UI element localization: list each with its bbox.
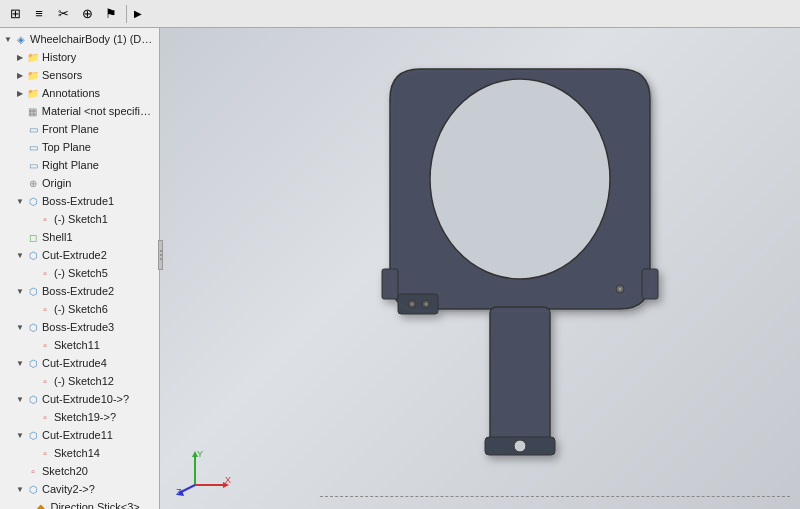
tree-arrow — [26, 339, 38, 351]
main-area: ▼◈WheelchairBody (1) (Defaul▶📁History▶📁S… — [0, 28, 800, 509]
tree-label-sketch1: (-) Sketch1 — [54, 213, 108, 225]
tree-arrow: ▼ — [14, 393, 26, 405]
tree-item-top-plane[interactable]: ▭Top Plane — [0, 138, 159, 156]
tree-label-top-plane: Top Plane — [42, 141, 91, 153]
svg-text:Y: Y — [197, 449, 203, 459]
tree-item-annotations[interactable]: ▶📁Annotations — [0, 84, 159, 102]
panel-resize-handle[interactable] — [158, 240, 163, 270]
tree-icon-sketch: ▫ — [38, 446, 52, 460]
toolbar-icon-grid[interactable]: ⊞ — [4, 3, 26, 25]
viewport[interactable]: Y X Z — [160, 28, 800, 509]
svg-text:Z: Z — [176, 487, 182, 497]
tree-item-right-plane[interactable]: ▭Right Plane — [0, 156, 159, 174]
tree-arrow — [14, 159, 26, 171]
tree-arrow — [22, 501, 34, 509]
tree-item-boss-extrude3[interactable]: ▼⬡Boss-Extrude3 — [0, 318, 159, 336]
model-svg — [330, 39, 710, 479]
tree-item-cut-extrude4[interactable]: ▼⬡Cut-Extrude4 — [0, 354, 159, 372]
toolbar-icon-list[interactable]: ≡ — [28, 3, 50, 25]
tree-icon-feature: ⬡ — [26, 248, 40, 262]
tree-item-shell1[interactable]: ◻Shell1 — [0, 228, 159, 246]
tree-item-cut-extrude10[interactable]: ▼⬡Cut-Extrude10->? — [0, 390, 159, 408]
axis-indicator: Y X Z — [175, 447, 235, 497]
tree-item-boss-extrude2[interactable]: ▼⬡Boss-Extrude2 — [0, 282, 159, 300]
tree-icon-feature: ⬡ — [26, 194, 40, 208]
tree-item-front-plane[interactable]: ▭Front Plane — [0, 120, 159, 138]
tree-label-shell1: Shell1 — [42, 231, 73, 243]
tree-arrow: ▼ — [14, 321, 26, 333]
tree-item-wheelchair-body[interactable]: ▼◈WheelchairBody (1) (Defaul — [0, 30, 159, 48]
tree-item-material[interactable]: ▦Material <not specified> — [0, 102, 159, 120]
tree-icon-sketch: ▫ — [38, 338, 52, 352]
tree-label-sketch12: (-) Sketch12 — [54, 375, 114, 387]
tree-arrow — [14, 465, 26, 477]
tree-item-boss-extrude1[interactable]: ▼⬡Boss-Extrude1 — [0, 192, 159, 210]
svg-point-7 — [411, 302, 414, 305]
tree-item-cut-extrude2[interactable]: ▼⬡Cut-Extrude2 — [0, 246, 159, 264]
toolbar: ⊞ ≡ ✂ ⊕ ⚑ ▶ — [0, 0, 800, 28]
tree-arrow: ▼ — [14, 195, 26, 207]
toolbar-icon-cut[interactable]: ✂ — [52, 3, 74, 25]
tree-item-sketch12[interactable]: ▫(-) Sketch12 — [0, 372, 159, 390]
tree-item-sketch5[interactable]: ▫(-) Sketch5 — [0, 264, 159, 282]
feature-tree[interactable]: ▼◈WheelchairBody (1) (Defaul▶📁History▶📁S… — [0, 28, 159, 509]
tree-icon-sketch: ▫ — [38, 374, 52, 388]
tree-label-boss-extrude3: Boss-Extrude3 — [42, 321, 114, 333]
tree-label-direction-stick3: Direction Stick<3>@Asse — [50, 501, 157, 509]
tree-arrow: ▼ — [14, 357, 26, 369]
tree-arrow: ▼ — [14, 483, 26, 495]
svg-text:X: X — [225, 475, 231, 485]
svg-point-12 — [514, 440, 526, 452]
toolbar-icon-plus[interactable]: ⊕ — [76, 3, 98, 25]
tree-item-cavity2[interactable]: ▼⬡Cavity2->? — [0, 480, 159, 498]
svg-rect-10 — [490, 307, 550, 447]
tree-icon-feature: ⬡ — [26, 482, 40, 496]
tree-icon-sketch: ▫ — [38, 212, 52, 226]
toolbar-separator — [126, 5, 127, 23]
tree-icon-direction: ◆ — [34, 500, 48, 509]
tree-icon-feature: ⬡ — [26, 284, 40, 298]
tree-label-origin: Origin — [42, 177, 71, 189]
svg-rect-1 — [382, 269, 398, 299]
tree-icon-plane: ▭ — [26, 140, 40, 154]
tree-label-boss-extrude2: Boss-Extrude2 — [42, 285, 114, 297]
tree-item-sketch20[interactable]: ▫Sketch20 — [0, 462, 159, 480]
toolbar-collapse-arrow[interactable]: ▶ — [131, 3, 145, 25]
tree-label-sketch6: (-) Sketch6 — [54, 303, 108, 315]
svg-point-0 — [430, 79, 610, 279]
tree-arrow — [26, 213, 38, 225]
tree-item-sketch6[interactable]: ▫(-) Sketch6 — [0, 300, 159, 318]
tree-item-sketch1[interactable]: ▫(-) Sketch1 — [0, 210, 159, 228]
tree-arrow: ▶ — [14, 87, 26, 99]
tree-arrow — [14, 231, 26, 243]
tree-item-sketch11[interactable]: ▫Sketch11 — [0, 336, 159, 354]
left-panel: ▼◈WheelchairBody (1) (Defaul▶📁History▶📁S… — [0, 28, 160, 509]
tree-icon-sketch: ▫ — [38, 410, 52, 424]
tree-label-cavity2: Cavity2->? — [42, 483, 95, 495]
tree-item-cut-extrude11[interactable]: ▼⬡Cut-Extrude11 — [0, 426, 159, 444]
tree-arrow — [26, 411, 38, 423]
tree-item-direction-stick3[interactable]: ◆Direction Stick<3>@Asse — [0, 498, 159, 509]
tree-label-history: History — [42, 51, 76, 63]
tree-item-sketch19[interactable]: ▫Sketch19->? — [0, 408, 159, 426]
tree-arrow — [14, 123, 26, 135]
tree-icon-feature: ⬡ — [26, 428, 40, 442]
tree-icon-shell: ◻ — [26, 230, 40, 244]
tree-label-sensors: Sensors — [42, 69, 82, 81]
tree-label-boss-extrude1: Boss-Extrude1 — [42, 195, 114, 207]
svg-point-9 — [619, 287, 622, 290]
tree-arrow — [26, 447, 38, 459]
tree-item-origin[interactable]: ⊕Origin — [0, 174, 159, 192]
tree-item-sketch14[interactable]: ▫Sketch14 — [0, 444, 159, 462]
tree-arrow: ▼ — [2, 33, 14, 45]
svg-point-6 — [425, 302, 428, 305]
toolbar-icon-flag[interactable]: ⚑ — [100, 3, 122, 25]
tree-label-cut-extrude2: Cut-Extrude2 — [42, 249, 107, 261]
tree-item-sensors[interactable]: ▶📁Sensors — [0, 66, 159, 84]
tree-item-history[interactable]: ▶📁History — [0, 48, 159, 66]
tree-arrow: ▼ — [14, 429, 26, 441]
tree-label-sketch19: Sketch19->? — [54, 411, 116, 423]
tree-icon-feature: ⬡ — [26, 320, 40, 334]
tree-label-cut-extrude10: Cut-Extrude10->? — [42, 393, 129, 405]
tree-arrow: ▼ — [14, 249, 26, 261]
